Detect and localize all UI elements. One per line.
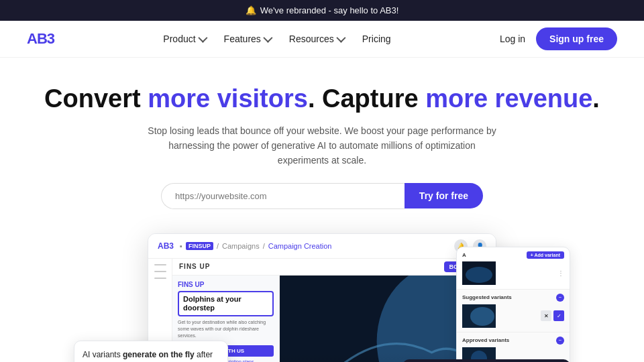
suggested-actions: ✕ ✓	[541, 310, 564, 321]
nav-auth: Log in Sign up free	[500, 27, 617, 50]
login-button[interactable]: Log in	[500, 34, 525, 44]
menu-icon	[154, 271, 166, 272]
section-a-header: A + Add variant	[462, 251, 564, 259]
nav-item-resources[interactable]: Resources	[289, 34, 343, 44]
chevron-down-icon	[263, 34, 272, 43]
chevron-down-icon	[336, 34, 345, 43]
variant-a-image	[462, 261, 496, 285]
dash-topbar: AB3 ▪ FINSUP / Campaigns / Campaign Crea…	[148, 234, 496, 259]
finsup-badge: FINSUP	[186, 242, 213, 250]
navbar: AB3 Product Features Resources Pricing L…	[0, 21, 644, 58]
chevron-down-icon	[198, 34, 207, 43]
announcement-text: We've rebranded - say hello to AB3!	[260, 5, 399, 15]
variant-a-scene	[462, 261, 496, 285]
announcement-bar: 🔔 We've rebranded - say hello to AB3!	[0, 0, 644, 21]
nav-links: Product Features Resources Pricing	[163, 34, 390, 44]
left-card-text: AI variants generate on the fly after sc…	[83, 349, 219, 362]
menu-icon	[154, 264, 166, 265]
fins-up-label: FINS UP	[178, 281, 274, 288]
suggested-row: ✕ ✓	[462, 304, 564, 328]
dolphins-heading: Dolphins at your doorstep	[178, 291, 274, 316]
nav-item-features[interactable]: Features	[224, 34, 270, 44]
svg-point-13	[470, 307, 494, 326]
suggested-section: Suggested variants − ✕ ✓	[457, 290, 570, 333]
try-button[interactable]: Try for free	[405, 183, 483, 208]
approved-section: Approved variants −	[457, 333, 570, 362]
dash-description: Get to your destination while also catch…	[178, 319, 274, 339]
bell-icon: 🔔	[246, 5, 256, 15]
nav-item-pricing[interactable]: Pricing	[362, 34, 391, 44]
left-floating-card: AI variants generate on the fly after sc…	[74, 341, 228, 362]
suggested-header: Suggested variants −	[462, 294, 564, 302]
variants-panel: A + Add variant ⋮ Suggested variants −	[456, 247, 570, 362]
website-input[interactable]	[161, 183, 405, 209]
hero-input-row: Try for free	[161, 183, 483, 209]
breadcrumb: AB3 ▪ FINSUP / Campaigns / Campaign Crea…	[158, 241, 331, 251]
reject-icon[interactable]: ✕	[541, 310, 551, 321]
nav-item-product[interactable]: Product	[163, 34, 205, 44]
suggested-toggle[interactable]: −	[556, 294, 564, 302]
suggested-scene	[462, 304, 496, 328]
svg-point-11	[466, 267, 492, 283]
menu-icon	[154, 278, 166, 279]
right-bottom-card: We'll keep track of your campaigns and p…	[402, 359, 570, 362]
hero-headline: Convert more visitors. Capture more reve…	[13, 84, 631, 114]
approved-header: Approved variants −	[462, 337, 564, 345]
dash-logo: AB3	[158, 241, 174, 251]
mockup-area: ✦ ✦ AB3 ▪ FINSUP / Campaigns / Campaign …	[74, 233, 570, 362]
dash-main-header: FINS UP BOOK NOW	[172, 259, 496, 276]
dash-title: FINS UP	[179, 263, 210, 270]
hero-subtext: Stop losing leads that bounce off your w…	[148, 123, 496, 168]
approved-label: Approved variants	[462, 337, 509, 343]
add-variant-button[interactable]: + Add variant	[527, 251, 564, 259]
hero-section: Convert more visitors. Capture more reve…	[0, 58, 644, 223]
variant-a-menu[interactable]: ⋮	[557, 269, 564, 277]
suggested-image	[462, 304, 496, 328]
section-a-label: A	[462, 252, 466, 258]
variant-a-row: ⋮	[462, 261, 564, 285]
approved-toggle[interactable]: −	[556, 337, 564, 345]
approve-icon[interactable]: ✓	[553, 310, 564, 321]
suggested-label: Suggested variants	[462, 294, 512, 300]
section-a: A + Add variant ⋮	[457, 247, 570, 290]
logo[interactable]: AB3	[27, 30, 54, 48]
signup-button[interactable]: Sign up free	[536, 27, 617, 50]
